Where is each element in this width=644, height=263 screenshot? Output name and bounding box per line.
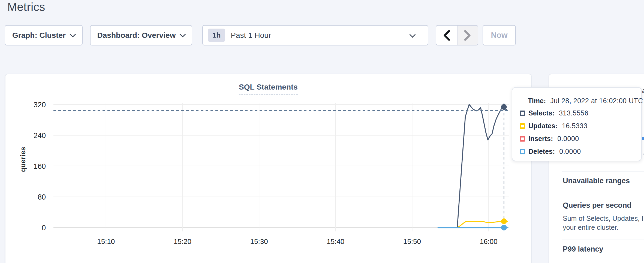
tooltip-time-label: Time:	[528, 97, 546, 105]
series-swatch-icon	[520, 149, 525, 154]
clipped-link-fragment	[642, 137, 644, 140]
y-tick-label: 80	[38, 193, 46, 201]
hover-point-deletes	[501, 225, 507, 231]
graph-scope-dropdown-label: Graph: Cluster	[12, 31, 66, 40]
clipped-divider-fragment	[643, 154, 644, 155]
chart-hover-tooltip: Time: Jul 28, 2022 at 16:02:00 UTC Selec…	[512, 87, 642, 161]
sidebar-desc-line: your entire cluster.	[563, 224, 618, 231]
tooltip-series-row: Selects:313.5556	[512, 107, 641, 120]
series-swatch-icon	[520, 111, 525, 116]
tooltip-series-row: Deletes:0.0000	[512, 145, 641, 158]
sidebar-heading-queries-per-second: Queries per second	[563, 201, 631, 210]
x-tick-label: 15:50	[403, 237, 421, 246]
tooltip-series-value: 313.5556	[559, 109, 588, 117]
chevron-down-icon	[70, 31, 76, 37]
tooltip-series-row: Updates:16.5333	[512, 120, 641, 132]
chevron-left-icon	[443, 30, 450, 41]
time-range-label: Past 1 Hour	[231, 31, 271, 40]
time-range-stepper	[436, 25, 478, 45]
sidebar-heading-unavailable-ranges: Unavailable ranges	[563, 177, 630, 185]
graph-scope-dropdown[interactable]: Graph: Cluster	[5, 25, 83, 45]
y-tick-label: 0	[42, 224, 46, 232]
y-axis-label-wrap: queries	[18, 135, 28, 184]
page-title: Metrics	[7, 1, 45, 14]
dashboard-dropdown[interactable]: Dashboard: Overview	[90, 25, 192, 45]
sidebar-desc-line: Sum of Selects, Updates, Inserts and	[563, 215, 644, 222]
y-axis-label: queries	[19, 147, 27, 172]
tooltip-series-label: Updates:	[528, 122, 558, 130]
clipped-text-fragment: a	[642, 87, 644, 95]
time-range-selector[interactable]: 1h Past 1 Hour	[202, 25, 428, 45]
dashboard-dropdown-label: Dashboard: Overview	[97, 31, 176, 40]
x-tick-label: 16:00	[480, 237, 498, 246]
sidebar-divider	[562, 240, 644, 240]
tooltip-series-row: Inserts:0.0000	[512, 132, 641, 145]
x-tick-label: 15:40	[327, 237, 344, 246]
x-tick-label: 15:20	[174, 237, 191, 246]
hover-point-updates	[501, 218, 507, 224]
sidebar-divider	[562, 172, 644, 172]
chart-title-wrap: SQL Statements	[5, 83, 532, 94]
sidebar-divider	[562, 196, 644, 196]
y-tick-label: 160	[34, 162, 46, 170]
series-swatch-icon	[520, 136, 525, 142]
now-button[interactable]: Now	[483, 25, 516, 45]
chevron-down-icon	[180, 31, 186, 37]
time-range-badge: 1h	[208, 29, 225, 42]
series-swatch-icon	[520, 123, 525, 129]
chevron-down-icon	[410, 31, 416, 38]
series-line-updates	[438, 221, 507, 228]
x-tick-label: 15:10	[97, 237, 115, 246]
next-time-range-button[interactable]	[457, 26, 478, 45]
tooltip-series-value: 16.5333	[562, 122, 588, 130]
hover-point-selects	[501, 104, 507, 110]
tooltip-series-label: Selects:	[528, 109, 555, 117]
tooltip-series-label: Inserts:	[528, 135, 553, 143]
tooltip-time-value: Jul 28, 2022 at 16:02:00 UTC	[550, 97, 643, 105]
tooltip-series-value: 0.0000	[559, 148, 581, 155]
tooltip-series-value: 0.0000	[557, 135, 579, 143]
sidebar-heading-p99-latency: P99 latency	[563, 245, 603, 253]
prev-time-range-button[interactable]	[436, 26, 457, 45]
y-tick-label: 240	[34, 132, 46, 140]
chevron-right-icon	[464, 30, 471, 41]
x-tick-label: 15:30	[250, 237, 268, 246]
tooltip-series-label: Deletes:	[528, 148, 555, 155]
y-tick-label: 320	[34, 101, 46, 109]
chart-title-link[interactable]: SQL Statements	[239, 83, 298, 94]
tooltip-time-row: Time: Jul 28, 2022 at 16:02:00 UTC	[512, 95, 641, 107]
sql-statements-plot[interactable]: 08016024032015:1015:2015:3015:4015:5016:…	[34, 101, 522, 254]
now-button-label: Now	[491, 31, 507, 40]
